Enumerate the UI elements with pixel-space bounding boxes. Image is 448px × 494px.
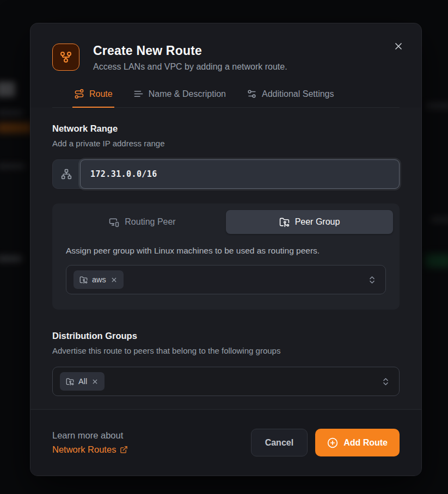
- tag-label: aws: [92, 275, 106, 284]
- network-range-input-wrap: [80, 159, 400, 189]
- network-icon: [53, 160, 80, 188]
- monitor-smartphone-icon: [109, 217, 119, 227]
- distribution-groups-description: Advertise this route to peers that belon…: [52, 346, 400, 355]
- tab-route[interactable]: Route: [74, 89, 113, 107]
- close-button[interactable]: [388, 35, 409, 57]
- distribution-groups-title: Distribution Groups: [52, 331, 400, 341]
- add-route-label: Add Route: [343, 438, 388, 448]
- tag-label: All: [78, 377, 87, 386]
- modal-footer: Learn more about Network Routes Cancel A…: [30, 409, 421, 476]
- chevrons-up-down-icon: [381, 377, 390, 386]
- remove-tag-x-icon[interactable]: [111, 276, 118, 283]
- route-icon: [74, 89, 84, 99]
- modal-title: Create New Route: [93, 44, 287, 58]
- x-icon: [393, 41, 404, 52]
- tab-label: Additional Settings: [262, 89, 334, 99]
- network-range-title: Network Range: [52, 124, 400, 134]
- peer-type-toggle: Routing Peer Peer Group: [59, 210, 393, 234]
- learn-more: Learn more about Network Routes: [52, 429, 128, 456]
- tab-label: Name & Description: [149, 89, 226, 99]
- external-link-icon: [120, 446, 128, 454]
- folder-git-icon: [66, 378, 74, 386]
- network-range-description: Add a private IP address range: [52, 139, 400, 148]
- git-fork-icon: [52, 44, 79, 71]
- peer-group-select[interactable]: aws: [66, 265, 386, 294]
- distribution-groups-select[interactable]: All: [52, 367, 400, 396]
- text-lines-icon: [133, 89, 144, 99]
- modal-tabs: Route Name & Description Additional Sett…: [52, 89, 400, 108]
- network-routes-link[interactable]: Network Routes: [52, 443, 128, 457]
- toggle-routing-peer[interactable]: Routing Peer: [59, 210, 226, 234]
- network-range-input[interactable]: [81, 169, 399, 179]
- network-range-field: [52, 159, 400, 189]
- folder-git-icon: [279, 217, 290, 227]
- folder-git-icon: [79, 276, 88, 284]
- routing-peers-card: Routing Peer Peer Group Assign peer grou…: [52, 203, 400, 310]
- tab-name-description[interactable]: Name & Description: [133, 89, 226, 107]
- learn-more-text: Learn more about: [52, 430, 123, 440]
- toggle-label: Peer Group: [295, 217, 340, 227]
- cancel-button[interactable]: Cancel: [251, 429, 308, 456]
- add-route-button[interactable]: Add Route: [315, 429, 400, 456]
- routing-peers-description: Assign peer group with Linux machines to…: [66, 246, 386, 256]
- modal-body: Network Range Add a private IP address r…: [30, 108, 421, 409]
- circle-plus-icon: [327, 437, 338, 448]
- selected-group-tag: aws: [73, 270, 124, 289]
- toggle-peer-group[interactable]: Peer Group: [226, 210, 393, 234]
- link-label: Network Routes: [52, 443, 116, 457]
- chevrons-up-down-icon: [367, 275, 377, 285]
- sliders-icon: [247, 89, 257, 99]
- remove-tag-x-icon[interactable]: [91, 378, 99, 385]
- modal-header: Create New Route Access LANs and VPC by …: [30, 23, 421, 108]
- tab-label: Route: [89, 89, 113, 99]
- create-route-modal: Create New Route Access LANs and VPC by …: [30, 23, 422, 476]
- network-range-section: Network Range Add a private IP address r…: [52, 124, 400, 189]
- tab-additional-settings[interactable]: Additional Settings: [247, 89, 334, 107]
- toggle-label: Routing Peer: [125, 217, 175, 227]
- selected-group-tag: All: [60, 372, 105, 391]
- distribution-groups-section: Distribution Groups Advertise this route…: [52, 331, 400, 396]
- modal-subtitle: Access LANs and VPC by adding a network …: [93, 62, 287, 72]
